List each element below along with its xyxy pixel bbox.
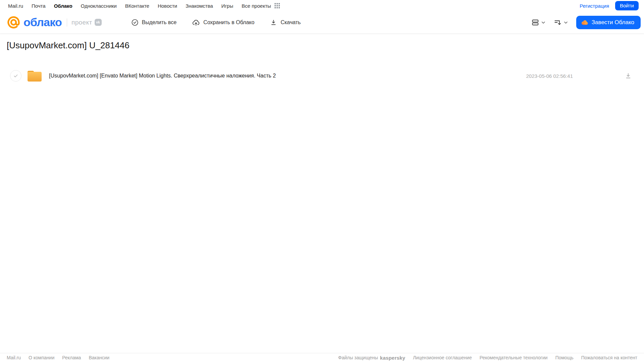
chevron-down-icon [541, 20, 546, 25]
footer-link-mailru[interactable]: Mail.ru [7, 355, 21, 360]
vk-badge-icon: vk [95, 19, 102, 26]
vk-project-label: проект vk [71, 19, 102, 26]
download-icon [625, 72, 632, 80]
footer-link-help[interactable]: Помощь [555, 355, 574, 360]
topnav-item-all-projects[interactable]: Все проекты [242, 3, 271, 9]
sort-icon [554, 18, 562, 27]
topnav-item-odnoklassniki[interactable]: Одноклассники [81, 3, 117, 9]
registration-link[interactable]: Регистрация [580, 3, 609, 9]
footer-left-links: Mail.ru О компании Реклама Вакансии [7, 355, 109, 360]
main-content: [UsupovMarket.com] U_281446 [UsupovMarke… [0, 40, 644, 85]
topbar-auth: Регистрация Войти [580, 1, 639, 10]
sort-dropdown[interactable] [554, 18, 568, 27]
topnav-item-mailru[interactable]: Mail.ru [8, 3, 23, 9]
topnav-item-news[interactable]: Новости [158, 3, 177, 9]
footer-link-recommendation-tech[interactable]: Рекомендательные технологии [480, 355, 548, 360]
download-all-button[interactable]: Скачать [270, 18, 301, 27]
file-name-link[interactable]: [UsupovMarket.com] [Envato Market] Motio… [49, 73, 276, 79]
project-text: проект [71, 19, 92, 26]
footer-link-report-content[interactable]: Пожаловаться на контент [581, 355, 637, 360]
cloud-upload-icon [192, 18, 200, 27]
topnav-item-cloud[interactable]: Облако [54, 3, 72, 9]
check-circle-icon [131, 19, 139, 26]
topnav-item-mail[interactable]: Почта [32, 3, 46, 9]
topnav-all-projects-group[interactable]: Все проекты [242, 3, 280, 9]
cloud-header: облако проект vk Выделить все [0, 11, 644, 34]
get-cloud-label: Завести Облако [592, 19, 634, 26]
topnav-item-games[interactable]: Игры [221, 3, 233, 9]
logo-divider [67, 18, 67, 27]
select-all-label: Выделить все [142, 19, 177, 25]
chevron-down-icon [563, 20, 568, 25]
checkmark-icon [13, 73, 18, 79]
apps-grid-icon[interactable] [274, 3, 280, 9]
footer-link-about[interactable]: О компании [29, 355, 54, 360]
view-mode-dropdown[interactable] [531, 18, 546, 27]
download-label: Скачать [281, 19, 301, 25]
select-all-button[interactable]: Выделить все [131, 18, 177, 27]
save-to-cloud-label: Сохранить в Облако [203, 19, 254, 25]
cloud-logo-text: облако [23, 16, 62, 29]
footer-right-links: Файлы защищены kaspersky Лицензионное со… [338, 355, 637, 361]
mailru-at-icon [6, 15, 21, 30]
save-to-cloud-button[interactable]: Сохранить в Облако [192, 18, 254, 27]
kaspersky-logo[interactable]: kaspersky [380, 355, 405, 361]
file-date: 2023-05-06 02:56:41 [526, 73, 573, 79]
file-toolbar: Выделить все Сохранить в Облако Скача [131, 18, 301, 27]
footer-link-ads[interactable]: Реклама [62, 355, 81, 360]
list-view-icon [531, 18, 539, 27]
header-right-controls: Завести Облако [531, 16, 641, 29]
page-title: [UsupovMarket.com] U_281446 [7, 40, 644, 51]
portal-topbar: Mail.ru Почта Облако Одноклассники ВКонт… [0, 0, 644, 11]
kaspersky-protection: Файлы защищены kaspersky [338, 355, 405, 361]
footer-link-license[interactable]: Лицензионное соглашение [413, 355, 472, 360]
select-checkbox[interactable] [10, 70, 21, 82]
footer-link-jobs[interactable]: Вакансии [89, 355, 109, 360]
topnav-item-dating[interactable]: Знакомства [186, 3, 213, 9]
folder-icon [27, 69, 42, 82]
page-footer: Mail.ru О компании Реклама Вакансии Файл… [0, 353, 644, 362]
cloud-logo-icon [581, 18, 589, 27]
cloud-share-page: Mail.ru Почта Облако Одноклассники ВКонт… [0, 0, 644, 362]
kaspersky-prefix-label: Файлы защищены [338, 355, 378, 360]
download-icon [270, 19, 277, 26]
row-download-button[interactable] [625, 72, 632, 80]
cloud-logo[interactable]: облако [6, 15, 62, 30]
topnav-item-vkontakte[interactable]: ВКонтакте [125, 3, 149, 9]
file-row[interactable]: [UsupovMarket.com] [Envato Market] Motio… [0, 66, 644, 85]
login-button[interactable]: Войти [615, 1, 639, 10]
get-cloud-button[interactable]: Завести Облако [576, 16, 641, 29]
